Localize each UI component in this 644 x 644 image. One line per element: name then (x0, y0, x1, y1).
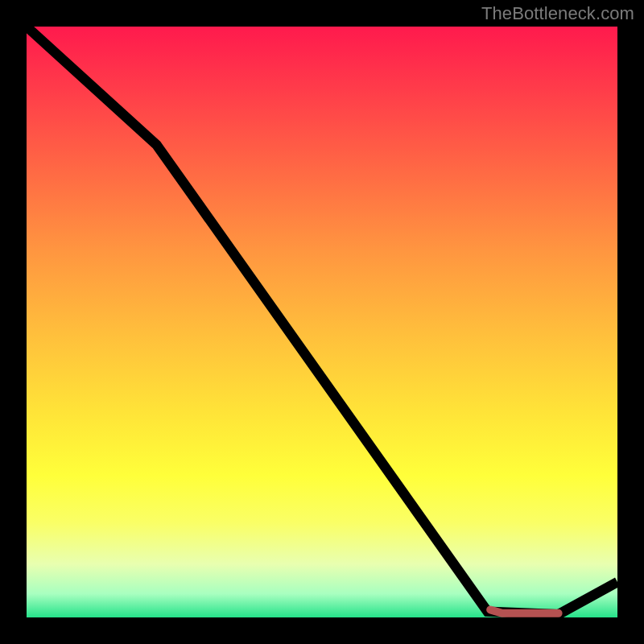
optimal-region-mark (490, 609, 558, 613)
chart-frame: TheBottleneck.com (0, 0, 644, 644)
bottleneck-curve (27, 27, 617, 614)
chart-svg (27, 27, 617, 617)
plot-area (27, 27, 617, 617)
watermark-text: TheBottleneck.com (481, 3, 634, 24)
